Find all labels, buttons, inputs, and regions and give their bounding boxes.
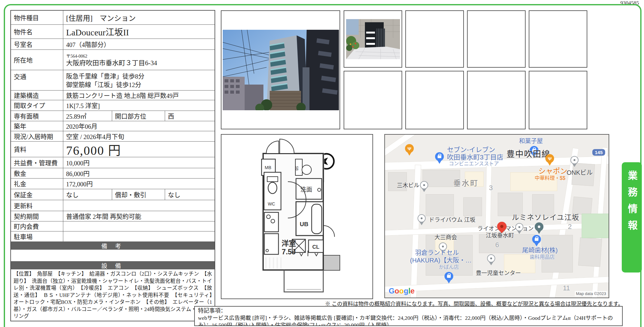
restaurant-pin-icon: Ψ xyxy=(545,154,554,166)
map-road xyxy=(485,164,492,232)
table-row: 号室名 407（4階部分） xyxy=(11,39,215,50)
row-label: 所在地 xyxy=(11,50,63,70)
place-pin-icon xyxy=(420,181,428,192)
row-value: [住居用] マンション xyxy=(63,11,215,24)
table-row: 建築構造 鉄筋コンクリート造 地上8階 総戸数49戸 xyxy=(11,91,215,100)
map-road-label: 豊中吹田線 xyxy=(506,150,550,159)
route-shield: 145 xyxy=(592,149,605,156)
svg-text:7.5J: 7.5J xyxy=(282,248,296,256)
table-row: 築年 2020年06月 xyxy=(11,121,215,131)
row-value: LaDouceur江坂II xyxy=(63,25,215,39)
photo-placeholder-6 xyxy=(467,71,526,129)
address-text: 大阪府吹田市垂水町３丁目6-34 xyxy=(66,59,157,67)
row-label: 物件名 xyxy=(11,25,63,39)
row-value: なし xyxy=(63,189,112,200)
sub-value: なし xyxy=(165,189,215,200)
row-value xyxy=(63,231,215,241)
photo-placeholder-5 xyxy=(405,71,464,129)
map-label-seven-1: セブン-イレブン xyxy=(447,146,495,153)
svg-text:MB: MB xyxy=(265,165,271,170)
map-road xyxy=(384,276,609,293)
row-label: 共益費・管理費 xyxy=(11,157,63,168)
map-label-dry: ドライバウム 江坂 xyxy=(429,217,475,223)
row-value xyxy=(63,221,215,231)
floor-plan: N MB SB 洗面 xyxy=(221,134,373,299)
property-location-pin-icon xyxy=(497,222,508,236)
photo-placeholder-2 xyxy=(467,10,526,68)
svg-text:WC: WC xyxy=(268,201,275,206)
photo-placeholder-3 xyxy=(529,10,587,68)
floor-plan-drawing: N MB SB 洗面 xyxy=(221,135,372,298)
table-row: 物件種目 [住居用] マンション xyxy=(11,11,215,25)
map-label-miki: 三木ビル xyxy=(397,182,419,189)
svg-text:洋室: 洋室 xyxy=(282,239,296,247)
equipment-text: 【位置】 角部屋 【キッチン】 給湯器・ガスコンロ（2口）・システムキッチン 【… xyxy=(11,269,215,321)
row-value: 鉄筋コンクリート造 地上8階 総戸数49戸 xyxy=(63,91,215,100)
table-row-access: 交通 阪急千里線「豊津」徒歩8分 御堂筋線「江坂」徒歩12分 xyxy=(11,70,215,91)
svg-text:SB: SB xyxy=(295,166,299,171)
row-label: 駐車場 xyxy=(11,231,63,241)
map-label-lumine: ルミネソレイユ江坂 xyxy=(512,214,579,222)
location-map: 和菓子屋 セブン-イレブン 吹田垂水町3丁目店 コンビニエンスストア 豊中吹田線… xyxy=(384,134,609,298)
special-notes-body: webサービス広告掲載 [許可]・チラシ、雑誌等掲載広告 [要確認]・カギ鍵交換… xyxy=(198,314,619,326)
shop-pin-icon xyxy=(444,272,453,283)
restaurant-pin-icon: Ψ xyxy=(405,144,414,156)
map-label-onk: ONKビル xyxy=(567,169,593,176)
row-label: 専有面積 xyxy=(11,111,63,121)
map-building xyxy=(532,194,554,216)
map-building xyxy=(498,193,523,216)
place-pin-icon xyxy=(418,214,426,225)
table-row: 駐車場 xyxy=(11,231,215,242)
row-label: 保証金 xyxy=(11,189,63,200)
sub-value: 西 xyxy=(165,111,215,121)
row-value: 空室 / 2026年4月下旬 xyxy=(63,131,215,141)
row-label: 礼金 xyxy=(11,179,63,189)
map-block-number: 2 xyxy=(568,223,572,231)
place-pin-icon xyxy=(535,222,543,234)
svg-text:UB: UB xyxy=(300,221,308,227)
map-label-seven-2: 吹田垂水町3丁目店 xyxy=(447,153,503,161)
map-block-number: 3 xyxy=(489,184,493,192)
table-row-address: 所在地 〒564-0062 大阪府吹田市垂水町３丁目6-34 xyxy=(11,50,215,70)
map-park xyxy=(582,214,609,238)
access-line-2: 御堂筋線「江坂」徒歩12分 xyxy=(66,81,144,89)
remarks-empty-row xyxy=(11,250,215,262)
table-row: 物件名 LaDouceur江坂II xyxy=(11,25,215,39)
row-label: 町内会費 xyxy=(11,221,63,231)
row-value: 172,000円 xyxy=(63,179,215,189)
table-row: 更新料 xyxy=(11,200,215,211)
map-area-label: 垂水町 xyxy=(453,179,479,188)
map-building xyxy=(426,194,454,216)
sub-label: 償却・敷引 xyxy=(112,189,165,200)
place-pin-icon xyxy=(487,254,495,265)
table-row-area: 専有面積 25.89㎡ 開口部方位 西 xyxy=(11,111,215,121)
row-label: 物件種目 xyxy=(11,11,63,24)
table-row: 契約期間 普通借家 2年間 再契約可能 xyxy=(11,211,215,221)
row-value: 普通借家 2年間 再契約可能 xyxy=(63,211,215,221)
row-label: 敷金 xyxy=(11,168,63,178)
special-notes-box: 特記事項： webサービス広告掲載 [許可]・チラシ、雑誌等掲載広告 [要確認]… xyxy=(194,306,623,326)
map-attribution: Map data ©2023 xyxy=(575,291,607,296)
table-row: 敷金 86,000円 xyxy=(11,168,215,179)
row-value: 407（4階部分） xyxy=(63,39,215,49)
map-building xyxy=(572,196,593,215)
photo-placeholder-4 xyxy=(344,71,402,129)
map-label-jido: 豊一児童センター xyxy=(476,270,521,276)
table-row: 間取タイプ 1K[7.5 洋室] xyxy=(11,100,215,111)
table-row-guarantee: 保証金 なし 償却・敷引 なし xyxy=(11,189,215,200)
entrance-image xyxy=(346,19,400,59)
map-label-chapon: シャポン xyxy=(538,167,567,175)
property-table: 物件種目 [住居用] マンション 物件名 LaDouceur江坂II 号室名 4… xyxy=(10,10,215,321)
building-exterior-photo xyxy=(221,10,340,129)
map-label-ozaki: 尾崎歯材(株) xyxy=(522,247,558,254)
svg-text:洗面: 洗面 xyxy=(300,186,312,193)
photo-placeholder-7 xyxy=(529,71,587,129)
rent-value: 76,000 円 xyxy=(63,142,215,157)
map-label-wagashi: 和菓子屋 xyxy=(519,138,543,144)
table-row: 共益費・管理費 10,000円 xyxy=(11,157,215,168)
place-pin-icon xyxy=(515,223,523,234)
row-label: 更新料 xyxy=(11,200,63,211)
map-building xyxy=(463,197,482,216)
photo-placeholder-1 xyxy=(405,10,464,68)
map-label-seven-sub: コンビニエンスストア xyxy=(449,161,499,167)
